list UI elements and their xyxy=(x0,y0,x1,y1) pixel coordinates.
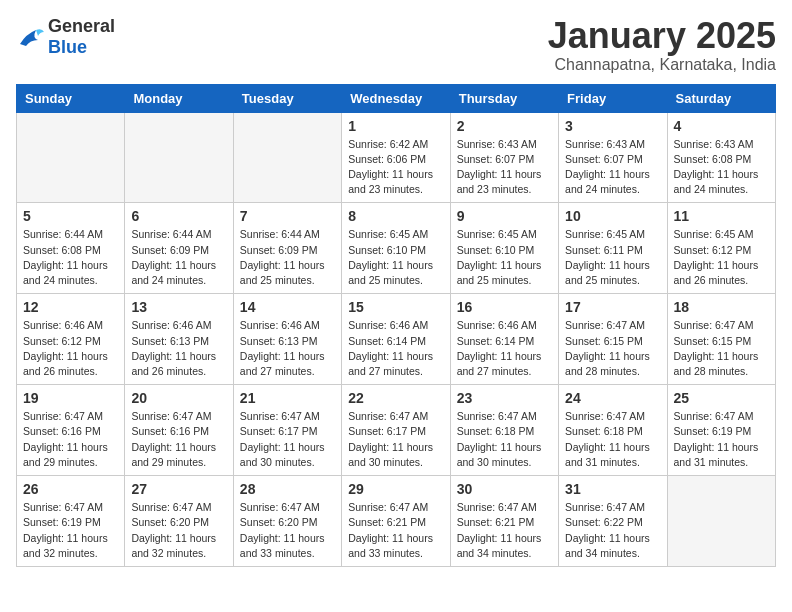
day-info: Sunrise: 6:47 AMSunset: 6:17 PMDaylight:… xyxy=(240,409,335,470)
logo-general: General xyxy=(48,16,115,36)
calendar-day-cell xyxy=(233,112,341,203)
logo-text: General Blue xyxy=(48,16,115,58)
calendar-day-cell: 28Sunrise: 6:47 AMSunset: 6:20 PMDayligh… xyxy=(233,476,341,567)
day-info: Sunrise: 6:45 AMSunset: 6:11 PMDaylight:… xyxy=(565,227,660,288)
day-info: Sunrise: 6:46 AMSunset: 6:14 PMDaylight:… xyxy=(348,318,443,379)
col-thursday: Thursday xyxy=(450,84,558,112)
day-info: Sunrise: 6:42 AMSunset: 6:06 PMDaylight:… xyxy=(348,137,443,198)
day-info: Sunrise: 6:45 AMSunset: 6:10 PMDaylight:… xyxy=(457,227,552,288)
day-info: Sunrise: 6:47 AMSunset: 6:18 PMDaylight:… xyxy=(565,409,660,470)
calendar-day-cell xyxy=(125,112,233,203)
day-number: 1 xyxy=(348,118,443,134)
day-number: 21 xyxy=(240,390,335,406)
day-info: Sunrise: 6:46 AMSunset: 6:13 PMDaylight:… xyxy=(240,318,335,379)
day-number: 19 xyxy=(23,390,118,406)
calendar-day-cell: 13Sunrise: 6:46 AMSunset: 6:13 PMDayligh… xyxy=(125,294,233,385)
col-sunday: Sunday xyxy=(17,84,125,112)
calendar-day-cell: 12Sunrise: 6:46 AMSunset: 6:12 PMDayligh… xyxy=(17,294,125,385)
calendar-day-cell: 29Sunrise: 6:47 AMSunset: 6:21 PMDayligh… xyxy=(342,476,450,567)
day-info: Sunrise: 6:47 AMSunset: 6:18 PMDaylight:… xyxy=(457,409,552,470)
day-number: 31 xyxy=(565,481,660,497)
calendar-day-cell: 22Sunrise: 6:47 AMSunset: 6:17 PMDayligh… xyxy=(342,385,450,476)
calendar-week-row: 12Sunrise: 6:46 AMSunset: 6:12 PMDayligh… xyxy=(17,294,776,385)
calendar-day-cell: 16Sunrise: 6:46 AMSunset: 6:14 PMDayligh… xyxy=(450,294,558,385)
logo-blue: Blue xyxy=(48,37,87,57)
col-saturday: Saturday xyxy=(667,84,775,112)
calendar-day-cell: 7Sunrise: 6:44 AMSunset: 6:09 PMDaylight… xyxy=(233,203,341,294)
day-number: 29 xyxy=(348,481,443,497)
day-number: 18 xyxy=(674,299,769,315)
month-title: January 2025 xyxy=(548,16,776,56)
calendar-day-cell: 17Sunrise: 6:47 AMSunset: 6:15 PMDayligh… xyxy=(559,294,667,385)
calendar-day-cell: 5Sunrise: 6:44 AMSunset: 6:08 PMDaylight… xyxy=(17,203,125,294)
day-number: 5 xyxy=(23,208,118,224)
day-info: Sunrise: 6:45 AMSunset: 6:12 PMDaylight:… xyxy=(674,227,769,288)
calendar-day-cell: 31Sunrise: 6:47 AMSunset: 6:22 PMDayligh… xyxy=(559,476,667,567)
day-info: Sunrise: 6:47 AMSunset: 6:19 PMDaylight:… xyxy=(23,500,118,561)
day-number: 25 xyxy=(674,390,769,406)
calendar-day-cell: 8Sunrise: 6:45 AMSunset: 6:10 PMDaylight… xyxy=(342,203,450,294)
day-info: Sunrise: 6:45 AMSunset: 6:10 PMDaylight:… xyxy=(348,227,443,288)
calendar-day-cell: 15Sunrise: 6:46 AMSunset: 6:14 PMDayligh… xyxy=(342,294,450,385)
day-info: Sunrise: 6:47 AMSunset: 6:19 PMDaylight:… xyxy=(674,409,769,470)
day-info: Sunrise: 6:46 AMSunset: 6:13 PMDaylight:… xyxy=(131,318,226,379)
calendar-week-row: 19Sunrise: 6:47 AMSunset: 6:16 PMDayligh… xyxy=(17,385,776,476)
day-info: Sunrise: 6:47 AMSunset: 6:20 PMDaylight:… xyxy=(240,500,335,561)
day-info: Sunrise: 6:47 AMSunset: 6:16 PMDaylight:… xyxy=(23,409,118,470)
day-number: 27 xyxy=(131,481,226,497)
day-info: Sunrise: 6:47 AMSunset: 6:22 PMDaylight:… xyxy=(565,500,660,561)
day-info: Sunrise: 6:44 AMSunset: 6:09 PMDaylight:… xyxy=(131,227,226,288)
calendar-day-cell: 2Sunrise: 6:43 AMSunset: 6:07 PMDaylight… xyxy=(450,112,558,203)
calendar-day-cell: 18Sunrise: 6:47 AMSunset: 6:15 PMDayligh… xyxy=(667,294,775,385)
calendar-day-cell: 11Sunrise: 6:45 AMSunset: 6:12 PMDayligh… xyxy=(667,203,775,294)
day-number: 22 xyxy=(348,390,443,406)
calendar-day-cell: 27Sunrise: 6:47 AMSunset: 6:20 PMDayligh… xyxy=(125,476,233,567)
day-number: 30 xyxy=(457,481,552,497)
day-info: Sunrise: 6:47 AMSunset: 6:21 PMDaylight:… xyxy=(457,500,552,561)
day-number: 3 xyxy=(565,118,660,134)
calendar-day-cell: 6Sunrise: 6:44 AMSunset: 6:09 PMDaylight… xyxy=(125,203,233,294)
calendar-week-row: 5Sunrise: 6:44 AMSunset: 6:08 PMDaylight… xyxy=(17,203,776,294)
day-info: Sunrise: 6:47 AMSunset: 6:17 PMDaylight:… xyxy=(348,409,443,470)
day-info: Sunrise: 6:46 AMSunset: 6:14 PMDaylight:… xyxy=(457,318,552,379)
day-number: 24 xyxy=(565,390,660,406)
day-number: 11 xyxy=(674,208,769,224)
calendar-header-row: Sunday Monday Tuesday Wednesday Thursday… xyxy=(17,84,776,112)
day-number: 7 xyxy=(240,208,335,224)
day-number: 20 xyxy=(131,390,226,406)
col-monday: Monday xyxy=(125,84,233,112)
day-info: Sunrise: 6:47 AMSunset: 6:20 PMDaylight:… xyxy=(131,500,226,561)
col-wednesday: Wednesday xyxy=(342,84,450,112)
day-info: Sunrise: 6:44 AMSunset: 6:08 PMDaylight:… xyxy=(23,227,118,288)
title-block: January 2025 Channapatna, Karnataka, Ind… xyxy=(548,16,776,74)
calendar-day-cell: 26Sunrise: 6:47 AMSunset: 6:19 PMDayligh… xyxy=(17,476,125,567)
day-number: 4 xyxy=(674,118,769,134)
location-title: Channapatna, Karnataka, India xyxy=(548,56,776,74)
day-number: 6 xyxy=(131,208,226,224)
day-number: 10 xyxy=(565,208,660,224)
day-number: 2 xyxy=(457,118,552,134)
day-number: 16 xyxy=(457,299,552,315)
calendar-day-cell xyxy=(667,476,775,567)
day-number: 17 xyxy=(565,299,660,315)
calendar-day-cell: 21Sunrise: 6:47 AMSunset: 6:17 PMDayligh… xyxy=(233,385,341,476)
calendar-day-cell xyxy=(17,112,125,203)
calendar-day-cell: 4Sunrise: 6:43 AMSunset: 6:08 PMDaylight… xyxy=(667,112,775,203)
logo-bird-icon xyxy=(16,26,44,48)
calendar-day-cell: 10Sunrise: 6:45 AMSunset: 6:11 PMDayligh… xyxy=(559,203,667,294)
calendar-day-cell: 3Sunrise: 6:43 AMSunset: 6:07 PMDaylight… xyxy=(559,112,667,203)
calendar-day-cell: 1Sunrise: 6:42 AMSunset: 6:06 PMDaylight… xyxy=(342,112,450,203)
calendar-week-row: 1Sunrise: 6:42 AMSunset: 6:06 PMDaylight… xyxy=(17,112,776,203)
day-info: Sunrise: 6:47 AMSunset: 6:16 PMDaylight:… xyxy=(131,409,226,470)
calendar-week-row: 26Sunrise: 6:47 AMSunset: 6:19 PMDayligh… xyxy=(17,476,776,567)
calendar-day-cell: 25Sunrise: 6:47 AMSunset: 6:19 PMDayligh… xyxy=(667,385,775,476)
day-info: Sunrise: 6:43 AMSunset: 6:07 PMDaylight:… xyxy=(565,137,660,198)
day-info: Sunrise: 6:43 AMSunset: 6:08 PMDaylight:… xyxy=(674,137,769,198)
day-info: Sunrise: 6:47 AMSunset: 6:15 PMDaylight:… xyxy=(674,318,769,379)
day-info: Sunrise: 6:44 AMSunset: 6:09 PMDaylight:… xyxy=(240,227,335,288)
day-number: 13 xyxy=(131,299,226,315)
col-tuesday: Tuesday xyxy=(233,84,341,112)
day-info: Sunrise: 6:46 AMSunset: 6:12 PMDaylight:… xyxy=(23,318,118,379)
day-number: 8 xyxy=(348,208,443,224)
calendar-day-cell: 19Sunrise: 6:47 AMSunset: 6:16 PMDayligh… xyxy=(17,385,125,476)
